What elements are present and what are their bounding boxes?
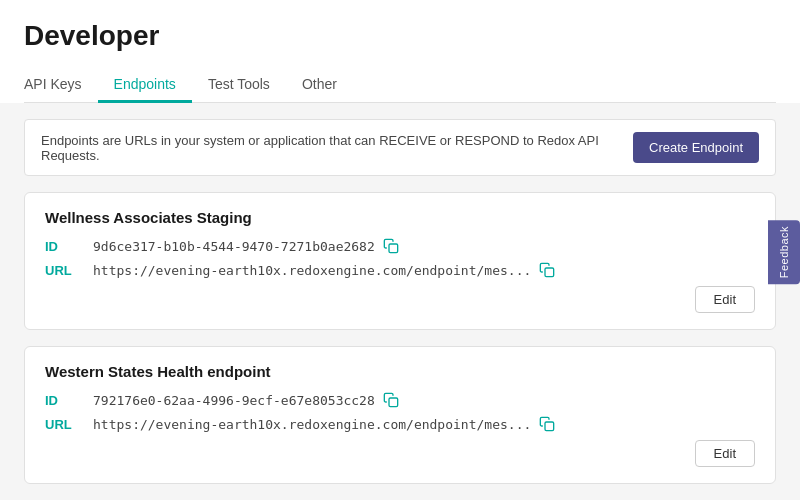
edit-button-2[interactable]: Edit: [695, 440, 755, 467]
endpoint-card-2: Western States Health endpoint ID 792176…: [24, 346, 776, 484]
svg-rect-1: [545, 268, 554, 277]
endpoint-id-row-1: ID 9d6ce317-b10b-4544-9470-7271b0ae2682: [45, 238, 755, 254]
copy-url-icon-2[interactable]: [539, 416, 555, 432]
endpoint-id-row-2: ID 792176e0-62aa-4996-9ecf-e67e8053cc28: [45, 392, 755, 408]
endpoint-url-value-1: https://evening-earth10x.redoxengine.com…: [93, 263, 531, 278]
endpoint-url-row-2: URL https://evening-earth10x.redoxengine…: [45, 416, 755, 432]
copy-id-icon-2[interactable]: [383, 392, 399, 408]
copy-id-icon-1[interactable]: [383, 238, 399, 254]
endpoint-title-2: Western States Health endpoint: [45, 363, 755, 380]
info-banner: Endpoints are URLs in your system or app…: [24, 119, 776, 176]
endpoint-id-label-1: ID: [45, 239, 93, 254]
svg-rect-2: [389, 398, 398, 407]
copy-url-icon-1[interactable]: [539, 262, 555, 278]
endpoint-url-label-2: URL: [45, 417, 93, 432]
tab-other[interactable]: Other: [286, 68, 353, 103]
create-endpoint-button[interactable]: Create Endpoint: [633, 132, 759, 163]
endpoint-url-label-1: URL: [45, 263, 93, 278]
endpoint-id-value-2: 792176e0-62aa-4996-9ecf-e67e8053cc28: [93, 393, 375, 408]
endpoint-id-label-2: ID: [45, 393, 93, 408]
svg-rect-0: [389, 244, 398, 253]
main-content: Developer API Keys Endpoints Test Tools …: [0, 0, 800, 500]
page-header: Developer API Keys Endpoints Test Tools …: [0, 0, 800, 103]
content-area: Endpoints are URLs in your system or app…: [0, 103, 800, 500]
edit-btn-row-1: Edit: [45, 286, 755, 313]
tab-test-tools[interactable]: Test Tools: [192, 68, 286, 103]
edit-btn-row-2: Edit: [45, 440, 755, 467]
svg-rect-3: [545, 422, 554, 431]
endpoint-id-value-1: 9d6ce317-b10b-4544-9470-7271b0ae2682: [93, 239, 375, 254]
endpoint-url-value-2: https://evening-earth10x.redoxengine.com…: [93, 417, 531, 432]
feedback-button[interactable]: Feedback: [768, 220, 800, 284]
tab-endpoints[interactable]: Endpoints: [98, 68, 192, 103]
endpoint-url-row-1: URL https://evening-earth10x.redoxengine…: [45, 262, 755, 278]
feedback-wrapper: Feedback: [768, 220, 800, 288]
page-title: Developer: [24, 20, 776, 52]
endpoint-card-1: Wellness Associates Staging ID 9d6ce317-…: [24, 192, 776, 330]
endpoint-title-1: Wellness Associates Staging: [45, 209, 755, 226]
nav-tabs: API Keys Endpoints Test Tools Other: [24, 68, 776, 103]
tab-api-keys[interactable]: API Keys: [24, 68, 98, 103]
info-banner-text: Endpoints are URLs in your system or app…: [41, 133, 617, 163]
edit-button-1[interactable]: Edit: [695, 286, 755, 313]
